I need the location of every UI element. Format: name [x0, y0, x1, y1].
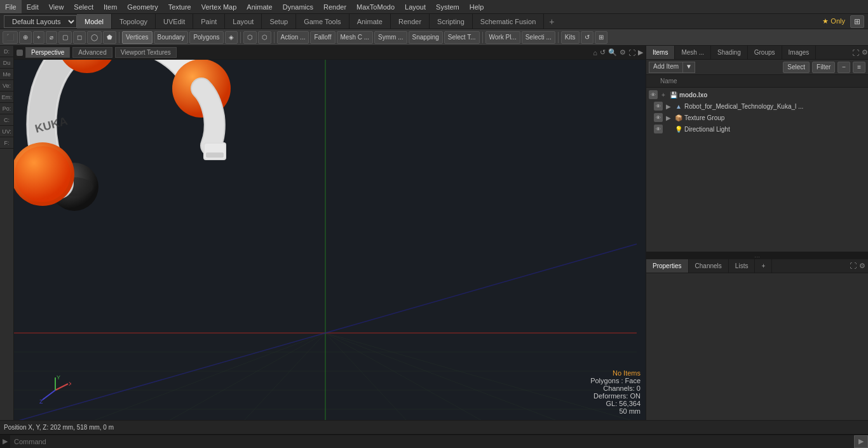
tab-schematic[interactable]: Schematic Fusion: [473, 14, 544, 29]
tree-item-modo[interactable]: 👁 + 💾 modo.lxo: [646, 89, 868, 100]
items-options-btn[interactable]: ≡: [853, 62, 865, 73]
tab-topology[interactable]: Topology: [112, 14, 156, 29]
tab-render[interactable]: Render: [391, 14, 430, 29]
left-tab-f[interactable]: F:: [0, 137, 13, 149]
rp-tab-items[interactable]: Items: [646, 46, 675, 59]
vp-expand-icon[interactable]: ⛶: [628, 49, 635, 57]
eye-modo[interactable]: 👁: [649, 90, 658, 99]
rp-settings-icon[interactable]: ⚙: [862, 48, 868, 57]
tree-item-robot[interactable]: 👁 ▶ ▲ Robot_for_Medical_Technology_Kuka_…: [646, 100, 868, 112]
tab-paint[interactable]: Paint: [193, 14, 225, 29]
tree-item-texture[interactable]: 👁 ▶ 📦 Texture Group: [646, 112, 868, 123]
kits-btn[interactable]: Kits: [561, 31, 580, 44]
menu-system[interactable]: System: [431, 0, 465, 13]
props-settings-icon[interactable]: ⚙: [859, 262, 865, 270]
tab-model[interactable]: Model: [77, 14, 112, 29]
tab-add-button[interactable]: +: [544, 17, 559, 27]
toolbar-transform-btn[interactable]: ▢: [58, 31, 72, 44]
eye-texture[interactable]: 👁: [654, 113, 663, 122]
left-tab-me[interactable]: Me: [0, 69, 13, 80]
tab-setup[interactable]: Setup: [262, 14, 296, 29]
action-btn[interactable]: Action ...: [277, 31, 309, 44]
menu-animate[interactable]: Animate: [241, 0, 277, 13]
toolbar-orient-btn[interactable]: ⌖: [33, 31, 44, 44]
tab-gametools[interactable]: Game Tools: [296, 14, 349, 29]
tab-scripting[interactable]: Scripting: [430, 14, 473, 29]
tree-item-light[interactable]: 👁 💡 Directional Light: [646, 123, 868, 135]
tab-animate[interactable]: Animate: [349, 14, 391, 29]
props-tab-lists[interactable]: Lists: [729, 259, 756, 273]
menu-file[interactable]: File: [0, 0, 22, 13]
rp-tab-shading[interactable]: Shading: [711, 46, 748, 59]
polygons-btn[interactable]: Polygons: [189, 31, 223, 44]
toolbar-sphere-btn1[interactable]: ⬡: [243, 31, 257, 44]
left-tab-d[interactable]: D:: [0, 46, 13, 57]
tab-extra-btn[interactable]: ⊞: [850, 15, 864, 28]
toolbar-circle-btn[interactable]: ◯: [87, 31, 102, 44]
vp-tab-textures[interactable]: Viewport Textures: [115, 47, 177, 58]
toolbar-hex-btn[interactable]: ◈: [225, 31, 238, 44]
tab-layout[interactable]: Layout: [225, 14, 262, 29]
menu-maxtomodo[interactable]: MaxToModo: [351, 0, 400, 13]
vp-rotate-icon[interactable]: ↺: [600, 48, 606, 57]
toolbar-pivot-btn[interactable]: ⌀: [46, 31, 57, 44]
toolbar-snap-btn[interactable]: ⊕: [19, 31, 32, 44]
tab-uvedit[interactable]: UVEdit: [156, 14, 193, 29]
boundary-btn[interactable]: Boundary: [154, 31, 189, 44]
add-item-button[interactable]: Add Item: [649, 62, 682, 73]
toolbar-rotate-btn[interactable]: ↺: [581, 31, 593, 44]
toolbar-mode-btn[interactable]: ⬛: [3, 31, 18, 44]
vertices-btn[interactable]: Vertices: [122, 31, 153, 44]
tab-star[interactable]: ★ Only: [820, 17, 848, 25]
menu-item[interactable]: Item: [98, 0, 122, 13]
left-tab-em[interactable]: Em:: [0, 92, 13, 103]
menu-render[interactable]: Render: [318, 0, 351, 13]
mesh-c-btn[interactable]: Mesh C ...: [337, 31, 374, 44]
toolbar-select-btn[interactable]: ◻: [73, 31, 86, 44]
command-input[interactable]: [10, 435, 854, 448]
viewport[interactable]: Perspective Advanced Viewport Textures ⌂…: [14, 46, 646, 420]
work-pl-btn[interactable]: Work Pl...: [485, 31, 520, 44]
eye-robot[interactable]: 👁: [654, 102, 663, 111]
vp-arrow-icon[interactable]: ▶: [638, 48, 643, 57]
props-tab-channels[interactable]: Channels: [689, 259, 729, 273]
snapping-btn[interactable]: Snapping: [409, 31, 443, 44]
left-tab-ve[interactable]: Ve:: [0, 80, 13, 92]
menu-help[interactable]: Help: [465, 0, 489, 13]
menu-geometry[interactable]: Geometry: [122, 0, 163, 13]
left-tab-po[interactable]: Po:: [0, 103, 13, 114]
props-tab-properties[interactable]: Properties: [646, 259, 689, 273]
menu-layout[interactable]: Layout: [400, 0, 431, 13]
vp-home-icon[interactable]: ⌂: [593, 49, 597, 57]
add-item-dropdown[interactable]: ▼: [682, 62, 695, 73]
left-tab-du[interactable]: Du: [0, 57, 13, 69]
left-tab-uv[interactable]: UV:: [0, 126, 13, 137]
filter-button[interactable]: Filter: [812, 62, 835, 73]
menu-texture[interactable]: Texture: [163, 0, 196, 13]
select-button[interactable]: Select: [783, 62, 810, 73]
left-tab-c[interactable]: C:: [0, 114, 13, 126]
toolbar-view-btn[interactable]: ⊞: [595, 31, 607, 44]
selecti-btn[interactable]: Selecti ...: [522, 31, 555, 44]
scene-canvas[interactable]: KUKA No Ite: [14, 60, 646, 420]
menu-edit[interactable]: Edit: [22, 0, 44, 13]
layout-selector[interactable]: Default Layouts: [4, 15, 77, 28]
vp-settings-icon[interactable]: ⚙: [620, 48, 626, 57]
symmetry-btn[interactable]: Symm ...: [374, 31, 407, 44]
viewport-corner-btn[interactable]: [17, 50, 23, 56]
command-go-button[interactable]: ▶: [854, 435, 868, 448]
rp-tab-groups[interactable]: Groups: [748, 46, 782, 59]
toolbar-sphere-btn2[interactable]: ⬡: [258, 31, 271, 44]
select-t-btn[interactable]: Select T...: [444, 31, 480, 44]
props-tab-add[interactable]: +: [755, 259, 772, 273]
rp-expand-icon[interactable]: ⛶: [852, 49, 859, 57]
rp-tab-images[interactable]: Images: [782, 46, 817, 59]
menu-view[interactable]: View: [44, 0, 69, 13]
menu-dynamics[interactable]: Dynamics: [278, 0, 318, 13]
props-expand-icon[interactable]: ⛶: [850, 262, 857, 269]
toolbar-poly-btn[interactable]: ⬟: [103, 31, 116, 44]
rp-tab-mesh[interactable]: Mesh ...: [675, 46, 711, 59]
items-minus-btn[interactable]: −: [837, 62, 850, 73]
vp-tab-perspective[interactable]: Perspective: [25, 47, 70, 58]
eye-light[interactable]: 👁: [654, 125, 663, 133]
